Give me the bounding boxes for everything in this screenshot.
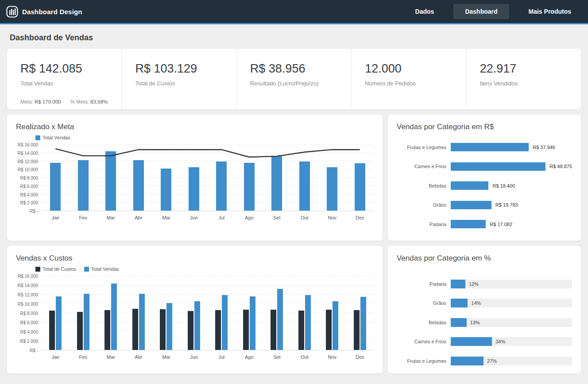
value-label: 13% (470, 320, 480, 325)
bar-group (244, 145, 255, 211)
x-axis: JanFevMarAbrMaiJunJulAgoSetOutNovDez (42, 211, 374, 220)
y-tick-label: R$ 12.000 (18, 159, 38, 164)
realizado-x-meta-chart-card: Realizado x Meta Total Vendas R$ -R$ 2.0… (7, 115, 383, 241)
x-tick-label: Fev (70, 211, 97, 220)
meta-label: Meta: (20, 99, 33, 104)
value-label: R$ 17.082 (490, 222, 512, 227)
y-tick-label: R$ 2.000 (20, 200, 38, 205)
bar (194, 301, 200, 350)
bar-group (216, 145, 227, 211)
x-tick-label: Abr (125, 350, 153, 360)
bar (133, 160, 144, 211)
nav-item-mais-produtos[interactable]: Mais Produtos (522, 4, 577, 19)
x-tick-label: Mai (152, 211, 180, 220)
bar-group (77, 276, 89, 350)
bar (277, 289, 283, 350)
value-label: 27% (487, 358, 497, 364)
bar (215, 310, 221, 350)
value-label: 12% (469, 281, 479, 287)
x-tick-label: Set (263, 211, 291, 220)
bar-group (133, 145, 144, 211)
legend-swatch (35, 135, 40, 140)
x-tick-label: Dez (346, 211, 374, 220)
x-tick-label: Jan (42, 211, 70, 220)
kpi-value: R$ 103.129 (135, 62, 232, 76)
bar-track: 13% (451, 318, 572, 327)
x-tick-label: Mar (97, 211, 125, 220)
bar (50, 163, 61, 211)
bar (327, 167, 337, 211)
bar (49, 311, 55, 350)
chart-title: Vendas x Custos (16, 254, 374, 263)
bar-track: 27% (451, 357, 572, 365)
y-tick-label: R$ 16.000 (18, 274, 38, 279)
y-tick-label: R$ 6.000 (20, 184, 38, 188)
y-tick-label: R$ 12.000 (18, 292, 38, 297)
bar-zone: R$ 37.945 (451, 143, 572, 151)
value-label: 34% (495, 339, 505, 344)
bar-group (355, 145, 365, 211)
bar (299, 161, 310, 211)
nav-item-dashboard[interactable]: Dashboard (453, 4, 509, 19)
page-title: Dashboard de Vendas (0, 24, 588, 49)
bar-group (354, 276, 366, 350)
kpi-value: 22.917 (480, 62, 576, 76)
meta-line (42, 145, 374, 211)
chart-legend: Total Vendas (35, 135, 374, 140)
bar (451, 220, 486, 228)
pct-meta-value: 83,58% (90, 99, 108, 104)
x-tick-label: Fev (70, 350, 97, 360)
category-label: Padaria (397, 281, 446, 287)
brand[interactable]: Dashboard Design (6, 6, 82, 18)
legend-item: Total Vendas (35, 135, 70, 140)
bar-group (327, 145, 337, 211)
bar-group (243, 276, 255, 350)
vendas-categoria-pct-card: Vendas por Categoria em % Padaria12%Grão… (388, 246, 581, 373)
pct-meta-label: % Meta: (70, 99, 89, 104)
bar (271, 310, 276, 350)
bar (132, 309, 138, 350)
category-label: Frutas e Legumes (397, 145, 446, 150)
y-tick-label: R$ 14.000 (18, 283, 38, 288)
legend-label: Total Vendas (91, 266, 119, 272)
x-tick-label: Mar (97, 350, 125, 360)
kpi-value: R$ 142.085 (20, 62, 117, 76)
gridline (42, 202, 374, 202)
hbar-row: Frutas e LegumesR$ 37.945 (397, 138, 572, 157)
category-label: Frutas e Legumes (397, 358, 446, 364)
bar-group (271, 145, 282, 211)
kpi-label: Total Vendas (20, 80, 117, 87)
hbar-row: Grãos14% (397, 294, 572, 313)
bar (216, 161, 227, 211)
x-tick-label: Ago (236, 350, 263, 360)
chart-plot-area: R$ -R$ 2.000R$ 4.000R$ 6.000R$ 8.000R$ 1… (16, 145, 374, 211)
bar-zone: R$ 19.783 (451, 201, 572, 209)
x-tick-label: Nov (318, 211, 346, 220)
gridline (42, 177, 374, 178)
value-label: R$ 19.783 (495, 202, 518, 207)
gridline (42, 303, 374, 304)
gridline (42, 331, 374, 331)
nav-item-dados[interactable]: Dados (409, 4, 441, 19)
vendas-x-custos-chart-card: Vendas x Custos Total de Custos Total Ve… (7, 246, 383, 373)
value-label: R$ 37.945 (533, 145, 555, 150)
hbar-row: Bebidas13% (397, 313, 572, 332)
legend-label: Total Vendas (43, 135, 70, 140)
y-tick-label: R$ 8.000 (20, 176, 38, 180)
value-label: R$ 48.875 (549, 164, 572, 169)
x-tick-label: Jan (42, 350, 70, 360)
gridline (42, 285, 374, 285)
bar (244, 163, 255, 211)
bar (305, 295, 311, 350)
bar (188, 311, 193, 350)
bar (451, 143, 529, 151)
bar (298, 311, 304, 350)
x-tick-label: Jun (180, 211, 208, 220)
x-tick-label: Jul (208, 350, 236, 360)
bar-group (326, 276, 338, 350)
plot (42, 145, 374, 211)
bar-track: 14% (451, 299, 572, 307)
brand-logo-icon (6, 6, 18, 18)
gridline (42, 153, 374, 153)
kpi-summary-card: R$ 142.085 Total Vendas Meta: R$ 170.000… (7, 49, 581, 109)
